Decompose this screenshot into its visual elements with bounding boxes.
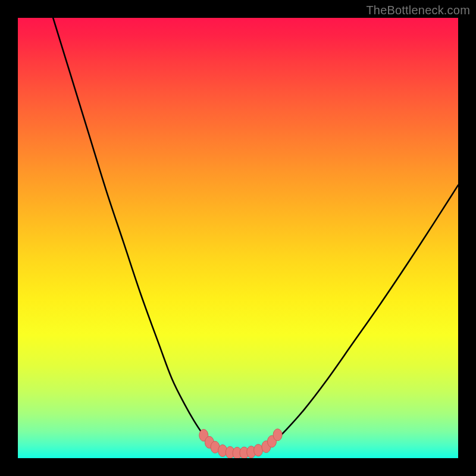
plot-area xyxy=(18,18,458,458)
curve-layer xyxy=(18,18,458,458)
valley-markers xyxy=(199,429,282,458)
watermark-label: TheBottleneck.com xyxy=(366,4,470,17)
valley-marker xyxy=(254,444,263,456)
chart-frame: TheBottleneck.com xyxy=(0,0,476,476)
bottleneck-curve xyxy=(53,18,458,453)
curve-path xyxy=(53,18,458,453)
valley-marker xyxy=(273,429,282,441)
